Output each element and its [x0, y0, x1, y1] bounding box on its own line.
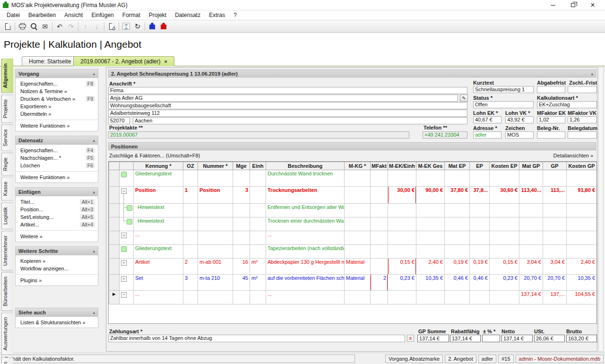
cell-kosten-ep[interactable]: 0,15 €	[490, 259, 519, 275]
cell-beschreibung[interactable]: auf die vorbereiteten Flächen schwere Pa…	[266, 275, 345, 291]
cell-oz[interactable]	[183, 291, 198, 304]
zuschlaege-faktoren-link[interactable]: Zuschläge & Faktoren... (Umschalt+F8)	[109, 153, 200, 158]
cell-mge[interactable]	[233, 217, 250, 231]
cell-beschreibung[interactable]: Trocknen einer durchnässten Wand mit Bau…	[266, 217, 345, 231]
row-selector[interactable]	[109, 275, 120, 291]
cell-nummer[interactable]	[198, 204, 233, 217]
telefon-link[interactable]: +49 241 23304	[423, 131, 467, 139]
cell-mat-ep[interactable]	[445, 170, 470, 187]
row-type-cell[interactable]: »	[120, 231, 134, 245]
cell-mge[interactable]: 45	[233, 275, 250, 291]
cell-mat-gp[interactable]: 113,40...	[519, 187, 543, 204]
nav-item-uebermitteln[interactable]: Übermitteln »	[16, 110, 98, 118]
tab-home[interactable]: Home: Startseite	[22, 56, 78, 66]
cell-nummer[interactable]: m-ta 210	[198, 275, 233, 291]
cell-einh[interactable]	[250, 291, 266, 304]
cell-ek-einh[interactable]	[388, 204, 416, 217]
cell-mfakt[interactable]	[371, 204, 388, 217]
nav-group-header[interactable]: Einfügen ▴	[16, 188, 98, 196]
col-kosten-ep[interactable]: Kosten EP	[490, 162, 519, 170]
cell-mat-ep[interactable]	[445, 245, 470, 259]
email-button[interactable]: ✉	[39, 21, 51, 32]
cell-beschreibung[interactable]: Abdeckpapier 130 g Hergestellt nach neue…	[266, 259, 345, 275]
col-selector[interactable]	[109, 162, 120, 170]
cell-ek-ges[interactable]	[416, 217, 445, 231]
cell-mat-ep[interactable]: 0,19 €	[445, 259, 470, 275]
cell-kosten-gp[interactable]	[567, 204, 597, 217]
mfaktor-ek-field[interactable]: 1,02	[537, 116, 565, 123]
nav-item-kopieren[interactable]: Kopieren »	[16, 257, 98, 265]
cell-mat-gp[interactable]	[519, 204, 543, 217]
cell-kosten-gp[interactable]	[567, 245, 597, 259]
vertical-scrollbar[interactable]	[598, 67, 604, 352]
nav-item-plugins[interactable]: Plugins »	[16, 277, 98, 284]
cell-ep[interactable]	[470, 170, 490, 187]
kurztext-field[interactable]: Schnellauspreisung 1	[473, 86, 534, 93]
cell-ek-ges[interactable]	[416, 170, 445, 187]
cell-kosten-gp[interactable]	[567, 217, 597, 231]
cell-kennung[interactable]: Gliederungstext	[134, 245, 183, 259]
zahlungsart-field[interactable]: Zahlbar innerhalb von 14 Tagen ohne Abzu…	[108, 335, 405, 342]
row-selector[interactable]	[109, 245, 120, 259]
cell-mat-gp[interactable]	[519, 217, 543, 231]
cell-mat-gp[interactable]	[519, 245, 543, 259]
cell-kosten-gp[interactable]	[567, 231, 597, 245]
nav-item-weitere[interactable]: Weitere »	[16, 233, 98, 240]
new-document-button[interactable]	[2, 21, 13, 32]
row-selector-current[interactable]: ▶	[109, 291, 120, 304]
menu-ansicht[interactable]: Ansicht	[60, 11, 86, 19]
plz-field[interactable]: 52070	[108, 117, 130, 124]
redo-button[interactable]: ↷	[65, 21, 77, 32]
move-up-button[interactable]: ↑	[80, 21, 91, 32]
cell-kosten-ep[interactable]	[490, 217, 519, 231]
cell-mat-ep[interactable]	[445, 231, 470, 245]
cell-mat-ep[interactable]: 0,46 €	[445, 275, 470, 291]
adresse-link[interactable]: adler	[473, 131, 501, 139]
cell-mkg[interactable]	[345, 231, 371, 245]
expand-plus-icon[interactable]: +	[121, 260, 127, 266]
cell-ek-ges[interactable]: 2,40 €	[416, 259, 445, 275]
zschl-frist-field[interactable]	[568, 86, 597, 93]
cell-beschreibung[interactable]: Tapezierarbeiten (nach vollständiger Tro…	[266, 245, 345, 259]
anschrift-line1-field[interactable]: Firma	[108, 87, 467, 94]
col-mfakt[interactable]: MFakt	[371, 162, 388, 170]
cell-ep[interactable]: 37,8...	[470, 187, 490, 204]
cell-mfakt[interactable]	[371, 231, 388, 245]
lohn-ek-field[interactable]: 40,67 €	[473, 116, 501, 123]
cell-gp[interactable]: 137,...	[543, 291, 567, 304]
module-tab-allgemein[interactable]: Allgemein	[1, 59, 13, 93]
col-ek-einh[interactable]: M-EK/Einh	[388, 162, 416, 170]
row-type-cell[interactable]: +	[120, 259, 134, 275]
cell-mat-gp[interactable]	[519, 231, 543, 245]
cell-einh[interactable]	[250, 204, 266, 217]
hourglass-button[interactable]	[121, 21, 132, 32]
cell-mfakt[interactable]: 2	[371, 275, 388, 291]
new-row-icon[interactable]: *	[121, 292, 127, 298]
col-mat-ep[interactable]: Mat EP	[445, 162, 470, 170]
cell-kosten-gp[interactable]: 2,40 €	[567, 259, 597, 275]
nav-item-eigenschaften[interactable]: Eigenschaften...F8	[16, 80, 98, 87]
col-mat-gp[interactable]: Mat GP	[519, 162, 543, 170]
cell-mat-ep[interactable]	[445, 204, 470, 217]
cell-oz[interactable]: 1	[183, 187, 198, 204]
menu-extras[interactable]: Extras	[205, 11, 229, 19]
tab-close-icon[interactable]: ×	[164, 59, 167, 64]
cell-beschreibung[interactable]: Durchnässte Wand trocknen	[266, 170, 345, 187]
col-mge[interactable]: Mge	[233, 162, 250, 170]
cell-einh[interactable]	[250, 231, 266, 245]
cell-kosten-gp[interactable]	[567, 170, 597, 187]
col-ek-ges[interactable]: M-EK Ges	[416, 162, 445, 170]
status-field[interactable]: Offen	[473, 101, 534, 108]
lohn-vk-field[interactable]: 43,92 €	[505, 116, 534, 123]
collapse-icon[interactable]: ▴	[93, 310, 95, 315]
cell-gp[interactable]: 3,04 €	[543, 259, 567, 275]
cell-oz[interactable]	[183, 245, 198, 259]
cell-kennung[interactable]: Hinweistext	[134, 204, 183, 217]
col-oz[interactable]: OZ	[183, 162, 198, 170]
cell-nummer[interactable]	[198, 245, 233, 259]
cell-kosten-ep[interactable]	[490, 245, 519, 259]
ort-field[interactable]: Aachen	[133, 117, 467, 124]
nav-item-artikel[interactable]: Artikel...Alt+4	[16, 221, 98, 228]
anschrift-line4-field[interactable]: Adalbertsteinweg 112	[108, 110, 467, 117]
nav-item-listen-strukturansichten[interactable]: Listen & Strukturansichten »	[16, 319, 98, 326]
